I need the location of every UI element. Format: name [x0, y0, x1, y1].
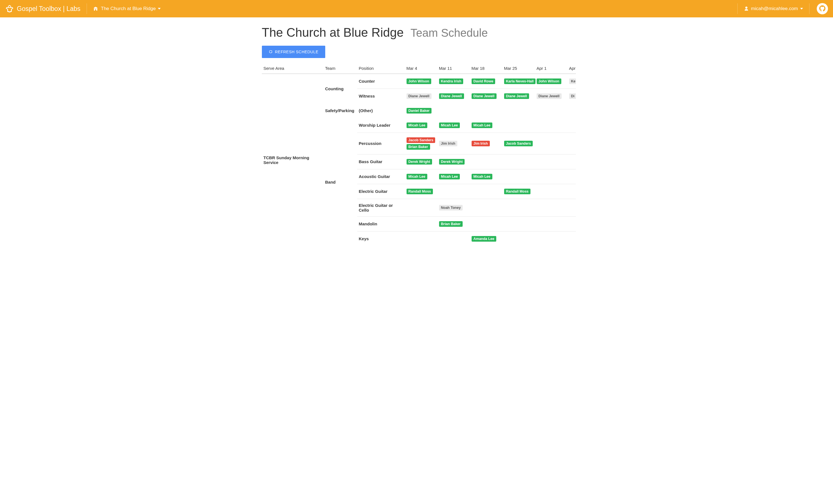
person-badge[interactable]: Derek Wright	[407, 159, 432, 165]
person-badge[interactable]: Micah Lee	[407, 122, 427, 128]
position-cell: Bass Guitar	[357, 154, 405, 169]
slot-cell	[470, 103, 502, 118]
slot-cell	[502, 154, 535, 169]
slot-cell	[470, 199, 502, 216]
person-badge[interactable]: John Wilson	[537, 78, 561, 84]
person-badge[interactable]: Diane Jewell	[537, 93, 562, 99]
position-cell: Electric Guitar or Cello	[357, 199, 405, 216]
slot-cell	[502, 199, 535, 216]
navbar: Gospel Toolbox | Labs The Church at Blue…	[0, 0, 833, 17]
slot-cell	[535, 103, 568, 118]
slot-cell: Ke	[568, 74, 576, 89]
person-badge[interactable]: Jim Irish	[472, 141, 490, 146]
person-badge[interactable]: David Rowe	[472, 78, 495, 84]
col-date-2: Mar 18	[470, 63, 502, 74]
slot-cell: John Wilson	[535, 74, 568, 89]
slot-cell: Micah Lee	[437, 169, 470, 184]
slot-cell	[437, 184, 470, 199]
person-badge[interactable]: Micah Lee	[439, 174, 460, 179]
slot-cell	[535, 133, 568, 154]
slot-cell	[535, 231, 568, 246]
slot-cell	[470, 216, 502, 231]
person-badge[interactable]: Amanda Lee	[472, 236, 496, 242]
col-date-1: Mar 11	[437, 63, 470, 74]
person-badge[interactable]: Daniel Baker	[407, 108, 432, 114]
col-team: Team	[324, 63, 357, 74]
person-badge[interactable]: Jacob Sanders	[504, 141, 533, 146]
person-badge[interactable]: Jim Irish	[439, 141, 457, 146]
position-cell: Worship Leader	[357, 118, 405, 133]
slot-cell	[405, 231, 437, 246]
position-cell: Acoustic Guitar	[357, 169, 405, 184]
header-row: Serve Area Team Position Mar 4 Mar 11 Ma…	[262, 63, 576, 74]
slot-cell	[502, 118, 535, 133]
church-dropdown[interactable]: The Church at Blue Ridge	[93, 6, 161, 11]
person-badge[interactable]: Micah Lee	[472, 122, 492, 128]
person-badge[interactable]: Diane Jewell	[407, 93, 431, 99]
person-badge[interactable]: Diane Jewell	[504, 93, 529, 99]
slot-cell	[568, 199, 576, 216]
slot-cell: Brian Baker	[437, 216, 470, 231]
slot-cell: Derek Wright	[437, 154, 470, 169]
slot-cell	[437, 103, 470, 118]
slot-cell	[535, 118, 568, 133]
slot-cell	[535, 154, 568, 169]
slot-cell: Jim Irish	[437, 133, 470, 154]
slot-cell: Derek Wright	[405, 154, 437, 169]
person-badge[interactable]: Micah Lee	[472, 174, 492, 179]
slot-cell	[437, 231, 470, 246]
person-badge[interactable]: Derek Wright	[439, 159, 465, 165]
person-badge[interactable]: Noah Toney	[439, 205, 463, 211]
user-email: micah@micahlee.com	[751, 6, 798, 11]
position-cell: Witness	[357, 89, 405, 103]
person-badge[interactable]: Micah Lee	[407, 174, 427, 179]
slot-cell: Diane Jewell	[502, 89, 535, 103]
person-badge[interactable]: Ke	[569, 78, 576, 84]
col-serve-area: Serve Area	[262, 63, 324, 74]
refresh-button[interactable]: REFRESH SCHEDULE	[262, 46, 325, 58]
slot-cell: Jim Irish	[470, 133, 502, 154]
user-icon	[744, 6, 749, 11]
col-position: Position	[357, 63, 405, 74]
person-badge[interactable]: Jacob Sanders	[407, 137, 435, 143]
slot-cell: Noah Toney	[437, 199, 470, 216]
person-badge[interactable]: Randall Moss	[407, 189, 433, 194]
slot-cell: John Wilson	[405, 74, 437, 89]
person-badge[interactable]: Karla Neves-Hall	[504, 78, 536, 84]
slot-cell	[502, 103, 535, 118]
slot-cell	[568, 133, 576, 154]
slot-cell: Micah Lee	[405, 169, 437, 184]
col-date-0: Mar 4	[405, 63, 437, 74]
building-icon	[93, 6, 98, 11]
slot-cell	[568, 118, 576, 133]
nav-divider	[87, 3, 87, 14]
brand-link[interactable]: Gospel Toolbox | Labs	[5, 4, 80, 13]
position-cell: Electric Guitar	[357, 184, 405, 199]
slot-cell: Diane Jewell	[437, 89, 470, 103]
person-badge[interactable]: Kendra Irish	[439, 78, 463, 84]
github-button[interactable]	[817, 3, 828, 14]
person-badge[interactable]: Diane Jewell	[439, 93, 464, 99]
slot-cell: Karla Neves-Hall	[502, 74, 535, 89]
slot-cell	[470, 154, 502, 169]
github-icon	[819, 5, 826, 12]
person-badge[interactable]: Micah Lee	[439, 122, 460, 128]
user-dropdown[interactable]: micah@micahlee.com	[744, 6, 803, 11]
table-row: TCBR Sunday Morning ServiceCountingCount…	[262, 74, 576, 89]
person-badge[interactable]: Diane Jewell	[472, 93, 497, 99]
person-badge[interactable]: Brian Baker	[407, 144, 430, 150]
person-badge[interactable]: Brian Baker	[439, 221, 462, 227]
slot-cell	[535, 216, 568, 231]
title-main: The Church at Blue Ridge	[262, 25, 404, 39]
slot-cell	[405, 216, 437, 231]
schedule-table: Serve Area Team Position Mar 4 Mar 11 Ma…	[262, 63, 576, 246]
slot-cell	[502, 169, 535, 184]
slot-cell: Diane Jewell	[405, 89, 437, 103]
person-badge[interactable]: John Wilson	[407, 78, 431, 84]
person-badge[interactable]: Di	[569, 93, 576, 99]
slot-cell: Micah Lee	[470, 118, 502, 133]
slot-cell	[568, 169, 576, 184]
position-cell: Percussion	[357, 133, 405, 154]
person-badge[interactable]: Randall Moss	[504, 189, 531, 194]
slot-cell: Jacob Sanders	[502, 133, 535, 154]
